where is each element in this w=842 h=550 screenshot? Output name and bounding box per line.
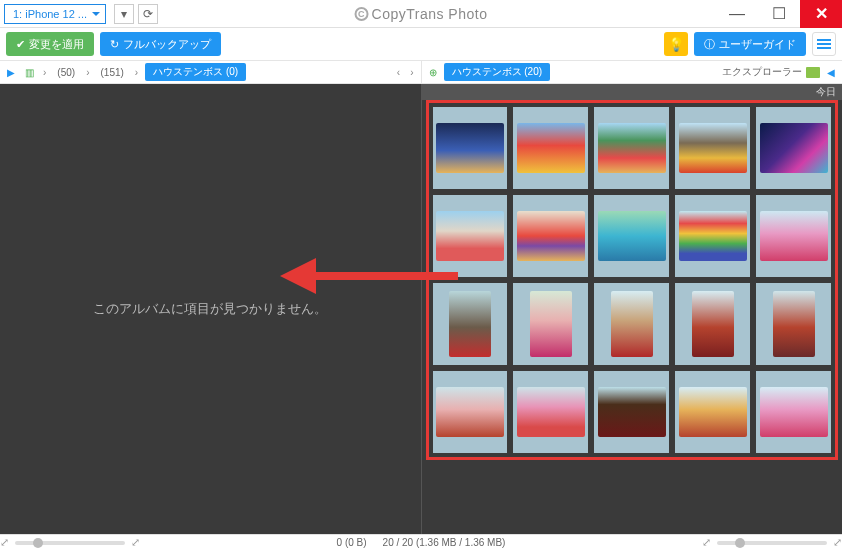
backup-label: フルバックアップ (123, 37, 211, 52)
count-2: (151) (96, 67, 127, 78)
photo-placeholder (679, 211, 747, 261)
minimize-button[interactable]: — (716, 0, 758, 28)
hamburger-icon (817, 39, 831, 49)
photo-placeholder (692, 291, 734, 357)
thumbnail[interactable] (433, 283, 508, 365)
thumbnail[interactable] (675, 283, 750, 365)
thumbnail[interactable] (675, 195, 750, 277)
left-pane: このアルバムに項目が見つかりません。 (0, 84, 421, 534)
photo-placeholder (436, 211, 504, 261)
close-button[interactable]: ✕ (800, 0, 842, 28)
thumbnail[interactable] (675, 107, 750, 189)
user-guide-button[interactable]: ⓘ ユーザーガイド (694, 32, 806, 56)
photo-placeholder (436, 123, 504, 173)
check-icon: ✔ (16, 38, 25, 51)
photo-placeholder (760, 387, 828, 437)
photo-placeholder (517, 211, 585, 261)
thumbnail[interactable] (756, 283, 831, 365)
thumbnail[interactable] (756, 107, 831, 189)
photo-placeholder (598, 211, 666, 261)
chevron-right-icon[interactable]: › (83, 67, 92, 78)
guide-label: ユーザーガイド (719, 37, 796, 52)
menu-button[interactable] (812, 32, 836, 56)
thumbnail[interactable] (594, 371, 669, 453)
collapse-left-icon[interactable]: ▶ (4, 65, 18, 79)
fullscreen-right-icon[interactable]: ⤢ (702, 536, 711, 549)
thumbnail[interactable] (513, 195, 588, 277)
content: このアルバムに項目が見つかりません。 今日 (0, 84, 842, 534)
photo-placeholder (598, 387, 666, 437)
photo-placeholder (517, 123, 585, 173)
chevron-right-icon[interactable]: › (132, 67, 141, 78)
photo-placeholder (611, 291, 653, 357)
thumbnail[interactable] (675, 371, 750, 453)
zoom-slider-left[interactable] (15, 541, 125, 545)
add-icon[interactable]: ⊕ (426, 65, 440, 79)
fullscreen-left2-icon[interactable]: ⤢ (131, 536, 140, 549)
window-controls: — ☐ ✕ (716, 0, 842, 28)
album-tag-right[interactable]: ハウステンボス (20) (444, 63, 551, 81)
photo-placeholder (679, 123, 747, 173)
nav-fwd-icon[interactable]: › (407, 67, 416, 78)
thumbnail[interactable] (513, 283, 588, 365)
hint-button[interactable]: 💡 (664, 32, 688, 56)
thumbnail-grid (426, 100, 839, 460)
photo-placeholder (449, 291, 491, 357)
bulb-icon: 💡 (668, 37, 685, 52)
crumb-left: ▶ ▥ › (50) › (151) › ハウステンボス (0) ‹ › (0, 61, 421, 83)
thumbnail[interactable] (594, 283, 669, 365)
info-icon: ⓘ (704, 37, 715, 52)
nav-back-icon[interactable]: ‹ (394, 67, 403, 78)
statusbar: ⤢ ⤢ 0 (0 B) 20 / 20 (1.36 MB / 1.36 MB) … (0, 534, 842, 550)
thumbnail[interactable] (433, 107, 508, 189)
photo-placeholder (760, 123, 828, 173)
crumb-right: ⊕ ハウステンボス (20) エクスプローラー ◀ (421, 61, 843, 83)
app-logo-icon: C (355, 7, 369, 21)
thumbnail[interactable] (756, 371, 831, 453)
maximize-button[interactable]: ☐ (758, 0, 800, 28)
photo-placeholder (517, 387, 585, 437)
thumbnail[interactable] (433, 371, 508, 453)
photo-placeholder (436, 387, 504, 437)
app-title: C CopyTrans Photo (355, 6, 488, 22)
empty-album-message: このアルバムに項目が見つかりません。 (93, 300, 327, 318)
device-root-icon[interactable]: ▥ (22, 65, 36, 79)
status-right: 20 / 20 (1.36 MB / 1.36 MB) (383, 537, 506, 548)
chevron-right-icon[interactable]: › (40, 67, 49, 78)
apply-label: 変更を適用 (29, 37, 84, 52)
thumbnail[interactable] (513, 371, 588, 453)
full-backup-button[interactable]: ↻ フルバックアップ (100, 32, 221, 56)
collapse-right-icon[interactable]: ◀ (824, 65, 838, 79)
right-pane: 今日 (421, 84, 843, 534)
device-selector[interactable]: 1: iPhone 12 ... (4, 4, 106, 24)
status-left: 0 (0 B) (337, 537, 367, 548)
titlebar: 1: iPhone 12 ... ▾ ⟳ C CopyTrans Photo —… (0, 0, 842, 28)
refresh-button[interactable]: ⟳ (138, 4, 158, 24)
thumbnail[interactable] (513, 107, 588, 189)
album-tag-left[interactable]: ハウステンボス (0) (145, 63, 246, 81)
fullscreen-right2-icon[interactable]: ⤢ (833, 536, 842, 549)
breadcrumb-bar: ▶ ▥ › (50) › (151) › ハウステンボス (0) ‹ › ⊕ ハ… (0, 60, 842, 84)
thumbnail[interactable] (594, 107, 669, 189)
photo-placeholder (598, 123, 666, 173)
photo-placeholder (679, 387, 747, 437)
date-header: 今日 (422, 84, 843, 100)
apply-changes-button[interactable]: ✔ 変更を適用 (6, 32, 94, 56)
toolbar: ✔ 変更を適用 ↻ フルバックアップ 💡 ⓘ ユーザーガイド (0, 28, 842, 60)
photo-placeholder (773, 291, 815, 357)
folder-icon[interactable] (806, 67, 820, 78)
photo-placeholder (530, 291, 572, 357)
fullscreen-left-icon[interactable]: ⤢ (0, 536, 9, 549)
photo-placeholder (760, 211, 828, 261)
zoom-slider-right[interactable] (717, 541, 827, 545)
thumbnail[interactable] (594, 195, 669, 277)
count-1: (50) (53, 67, 79, 78)
explorer-label: エクスプローラー (722, 65, 802, 79)
refresh-icon: ↻ (110, 38, 119, 51)
pin-button[interactable]: ▾ (114, 4, 134, 24)
thumbnail[interactable] (433, 195, 508, 277)
thumbnail[interactable] (756, 195, 831, 277)
app-title-text: CopyTrans Photo (372, 6, 488, 22)
